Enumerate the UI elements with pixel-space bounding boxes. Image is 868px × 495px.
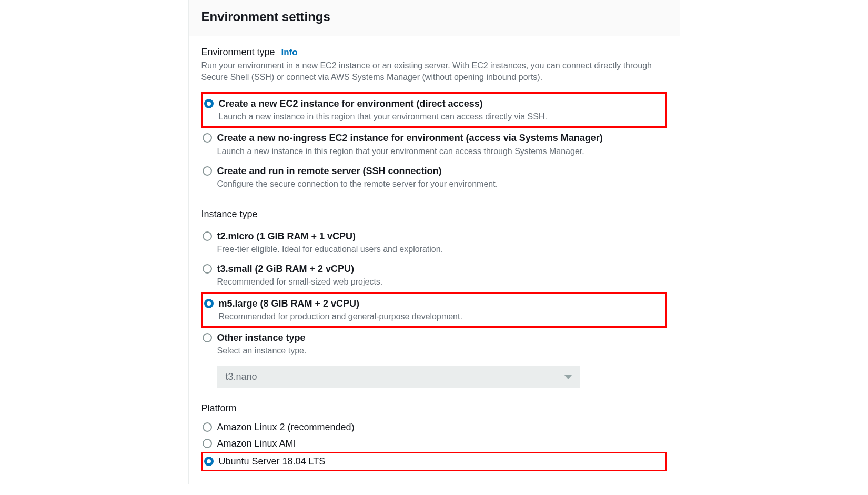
env-type-label: Environment type [201,47,275,58]
instance-type-option-other[interactable]: Other instance type Select an instance t… [201,328,667,361]
panel-body: Environment type Info Run your environme… [189,36,680,484]
environment-settings-panel: Environment settings Environment type In… [188,0,680,484]
radio-desc: Launch a new instance in this region tha… [217,146,664,157]
instance-type-option-t3-small[interactable]: t3.small (2 GiB RAM + 2 vCPU) Recommende… [201,259,667,292]
radio-icon[interactable] [203,166,212,176]
radio-title: t3.small (2 GiB RAM + 2 vCPU) [217,262,664,276]
radio-title: Other instance type [217,331,664,345]
radio-icon[interactable] [203,133,212,143]
radio-title: t2.micro (1 GiB RAM + 1 vCPU) [217,230,664,243]
env-type-radio-group: Create a new EC2 instance for environmen… [201,92,667,194]
radio-desc: Free-tier eligible. Ideal for educationa… [217,244,664,255]
env-type-option-direct-access[interactable]: Create a new EC2 instance for environmen… [201,92,667,128]
radio-desc: Recommended for production and general-p… [219,311,662,322]
info-link[interactable]: Info [281,47,298,58]
radio-title: Amazon Linux AMI [217,437,664,450]
radio-title: Ubuntu Server 18.04 LTS [219,455,662,468]
radio-icon[interactable] [204,99,214,108]
instance-type-label-row: Instance type [201,209,667,220]
dropdown-value: t3.nano [226,371,257,382]
radio-icon[interactable] [203,333,212,342]
env-type-description: Run your environment in a new EC2 instan… [201,60,667,84]
env-type-option-remote-server[interactable]: Create and run in remote server (SSH con… [201,161,667,194]
instance-type-radio-group: t2.micro (1 GiB RAM + 1 vCPU) Free-tier … [201,226,667,361]
radio-icon[interactable] [203,422,212,432]
platform-option-amazon-linux-2[interactable]: Amazon Linux 2 (recommended) [201,419,667,436]
radio-title: Amazon Linux 2 (recommended) [217,421,664,434]
radio-title: m5.large (8 GiB RAM + 2 vCPU) [219,297,662,310]
radio-icon[interactable] [203,264,212,274]
platform-option-amazon-linux-ami[interactable]: Amazon Linux AMI [201,436,667,452]
instance-type-option-m5-large[interactable]: m5.large (8 GiB RAM + 2 vCPU) Recommende… [201,292,667,328]
radio-title: Create and run in remote server (SSH con… [217,165,664,178]
platform-label-row: Platform [201,403,667,414]
instance-type-option-t2-micro[interactable]: t2.micro (1 GiB RAM + 1 vCPU) Free-tier … [201,226,667,259]
env-type-label-row: Environment type Info [201,47,667,58]
radio-icon[interactable] [203,439,212,448]
radio-desc: Launch a new instance in this region tha… [219,111,662,123]
radio-desc: Recommended for small-sized web projects… [217,276,664,288]
radio-title: Create a new EC2 instance for environmen… [219,97,662,110]
radio-title: Create a new no-ingress EC2 instance for… [217,132,664,145]
radio-desc: Select an instance type. [217,345,664,357]
radio-icon[interactable] [204,457,214,466]
radio-icon[interactable] [204,299,214,308]
instance-type-dropdown: t3.nano [217,366,580,388]
instance-type-label: Instance type [201,209,258,220]
radio-desc: Configure the secure connection to the r… [217,178,664,190]
radio-icon[interactable] [203,231,212,241]
panel-header: Environment settings [189,0,680,36]
env-type-option-no-ingress[interactable]: Create a new no-ingress EC2 instance for… [201,128,667,161]
platform-radio-group: Amazon Linux 2 (recommended) Amazon Linu… [201,419,667,472]
platform-option-ubuntu-1804[interactable]: Ubuntu Server 18.04 LTS [201,452,667,471]
panel-title: Environment settings [201,9,667,24]
platform-label: Platform [201,403,237,414]
caret-down-icon [564,375,572,379]
